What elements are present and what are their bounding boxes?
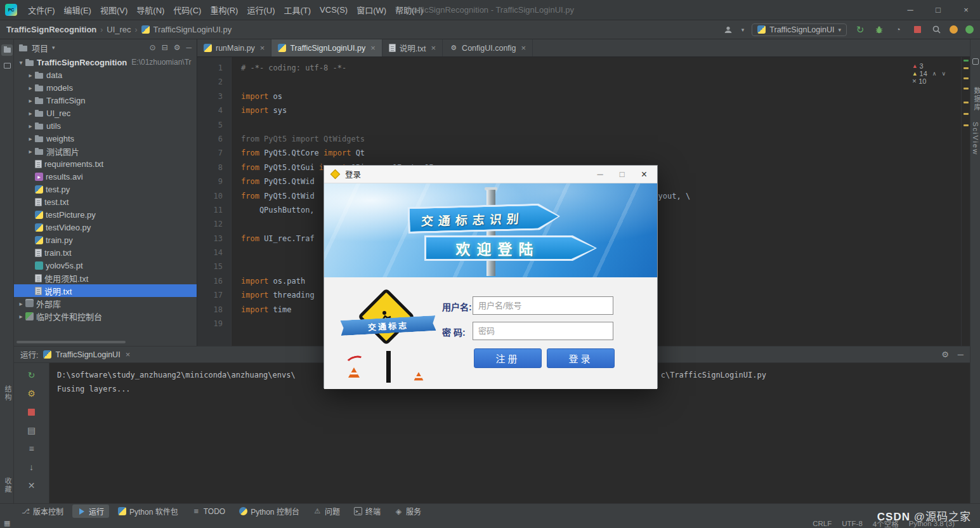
rerun-icon[interactable]: ↻ [26, 369, 37, 381]
structure-tool-button[interactable]: 结构 [3, 385, 13, 402]
next-problem-icon[interactable]: ∨ [941, 70, 946, 77]
vertical-scrollbar[interactable] [961, 57, 970, 346]
minimize-icon[interactable]: ─ [896, 0, 924, 20]
dialog-title-bar[interactable]: 登录 [324, 166, 657, 183]
tree-row[interactable]: testPicture.py [14, 208, 197, 221]
tree-row[interactable]: models [14, 81, 197, 94]
tree-row[interactable]: TrafficSign [14, 94, 197, 107]
tree-row[interactable]: testVideo.py [14, 221, 197, 234]
tree-row[interactable]: 使用须知.txt [14, 272, 197, 284]
breadcrumb-file[interactable]: TrafficSignLoginUI.py [154, 25, 232, 34]
toolwindow-button[interactable]: 问题 [308, 505, 345, 518]
commit-tool-icon[interactable] [1, 60, 13, 71]
maximize-icon[interactable] [620, 169, 625, 179]
close-icon[interactable]: × [952, 0, 980, 20]
favorites-tool-button[interactable]: 收藏 [3, 477, 13, 494]
database-tool-button[interactable]: 数据库 [972, 87, 980, 112]
scroll-to-end-icon[interactable]: ↓ [26, 461, 37, 473]
tree-row[interactable]: weights [14, 132, 197, 145]
user-icon[interactable] [722, 24, 734, 36]
tree-row[interactable]: 临时文件和控制台 [14, 310, 197, 322]
hide-panel-icon[interactable]: ─ [186, 43, 192, 52]
login-button[interactable]: 登录 [547, 348, 615, 368]
minimize-icon[interactable] [598, 169, 603, 179]
restore-layout-icon[interactable]: ▤ [26, 425, 37, 436]
tree-row[interactable]: test.py [14, 183, 197, 195]
tree-row[interactable]: 说明.txt [14, 284, 197, 297]
inspection-badge[interactable]: 14 [912, 70, 927, 77]
prev-problem-icon[interactable]: ∧ [932, 70, 937, 77]
tree-row[interactable]: 测试图片 [14, 145, 197, 157]
settings-icon[interactable]: ⚙ [941, 350, 949, 359]
tree-row[interactable]: TrafficSignRecognition E:\01zhuomian\Tr [14, 56, 197, 69]
editor-tab[interactable]: TrafficSignLoginUI.py [271, 39, 382, 56]
rerun-icon[interactable]: ↻ [854, 24, 866, 36]
run-tab[interactable]: TrafficSignLoginUI [43, 350, 130, 359]
menu-item[interactable]: 编辑(E) [60, 1, 96, 18]
stop-icon[interactable] [911, 24, 923, 36]
toolwindow-button[interactable]: 服务 [389, 505, 426, 518]
stop-icon[interactable] [26, 406, 37, 418]
toolwindow-button[interactable]: 运行 [72, 505, 109, 518]
status-item[interactable]: UTF-8 [842, 520, 863, 527]
tree-row[interactable]: test.txt [14, 195, 197, 208]
password-input[interactable] [473, 322, 613, 340]
project-panel-title[interactable]: 项目 [32, 42, 48, 54]
coverage-icon[interactable]: ◔ [892, 24, 904, 36]
maximize-icon[interactable]: □ [924, 0, 952, 20]
horizontal-scrollbar[interactable] [16, 341, 126, 343]
close-icon[interactable] [260, 43, 265, 53]
menu-item[interactable]: VCS(S) [315, 3, 352, 17]
edit-configuration-icon[interactable]: ⚙ [26, 388, 37, 399]
plugin-icon[interactable] [965, 25, 974, 34]
toolwindow-button[interactable]: Python 控制台 [234, 505, 304, 518]
clear-output-icon[interactable]: ≡ [26, 443, 37, 454]
search-icon[interactable] [931, 24, 942, 36]
menu-item[interactable]: 代码(C) [169, 1, 206, 18]
menu-item[interactable]: 视图(V) [96, 1, 132, 18]
tree-row[interactable]: train.txt [14, 246, 197, 259]
breadcrumb-project[interactable]: TrafficSignRecognition [6, 25, 96, 34]
locate-file-icon[interactable]: ⊙ [150, 43, 156, 52]
tree-row[interactable]: UI_rec [14, 107, 197, 119]
tool-window-switcher-icon[interactable]: ▦ [4, 519, 10, 527]
menu-item[interactable]: 文件(F) [23, 1, 60, 18]
close-icon[interactable] [641, 169, 647, 180]
collapse-all-icon[interactable]: ⊟ [162, 43, 168, 52]
status-item[interactable]: CRLF [813, 520, 832, 527]
close-icon[interactable] [370, 43, 376, 53]
tree-row[interactable]: requirements.txt [14, 157, 197, 170]
menu-item[interactable]: 运行(U) [242, 1, 279, 18]
menu-item[interactable]: 重构(R) [206, 1, 242, 18]
menu-item[interactable]: 窗口(W) [352, 1, 391, 18]
hide-panel-icon[interactable]: ─ [958, 350, 964, 359]
run-config-selector[interactable]: TrafficSignLoginUI ▾ [752, 23, 847, 36]
notifications-icon[interactable] [972, 58, 979, 65]
plugin-icon[interactable] [950, 25, 958, 34]
editor-tab[interactable]: ConfigUI.config [443, 39, 533, 56]
menu-item[interactable]: 工具(T) [279, 1, 315, 18]
menu-item[interactable]: 导航(N) [132, 1, 169, 18]
inspection-badge[interactable]: 3 [912, 62, 927, 70]
username-input[interactable] [473, 296, 613, 315]
tree-row[interactable]: results.avi [14, 170, 197, 183]
project-tool-icon[interactable] [1, 44, 13, 56]
inspection-badge[interactable]: 10 [912, 77, 927, 85]
tree-row[interactable]: utils [14, 119, 197, 132]
toolwindow-button[interactable]: Python 软件包 [113, 505, 183, 518]
register-button[interactable]: 注册 [474, 348, 542, 368]
close-icon[interactable] [521, 43, 526, 53]
toolwindow-button[interactable]: TODO [187, 506, 230, 517]
breadcrumb-folder[interactable]: UI_rec [107, 25, 131, 34]
sciview-tool-button[interactable]: SciView [972, 122, 979, 155]
toolwindow-button[interactable]: 版本控制 [16, 505, 69, 518]
settings-icon[interactable]: ⚙ [174, 43, 181, 52]
toolwindow-button[interactable]: 终端 [349, 505, 386, 518]
delete-icon[interactable]: ✕ [26, 480, 37, 491]
editor-tab[interactable]: 说明.txt [382, 39, 443, 56]
close-icon[interactable] [431, 43, 436, 53]
tree-row[interactable]: yolov5s.pt [14, 259, 197, 272]
tree-row[interactable]: train.py [14, 234, 197, 246]
tree-row[interactable]: data [14, 69, 197, 81]
editor-tab[interactable]: runMain.py [197, 39, 271, 56]
